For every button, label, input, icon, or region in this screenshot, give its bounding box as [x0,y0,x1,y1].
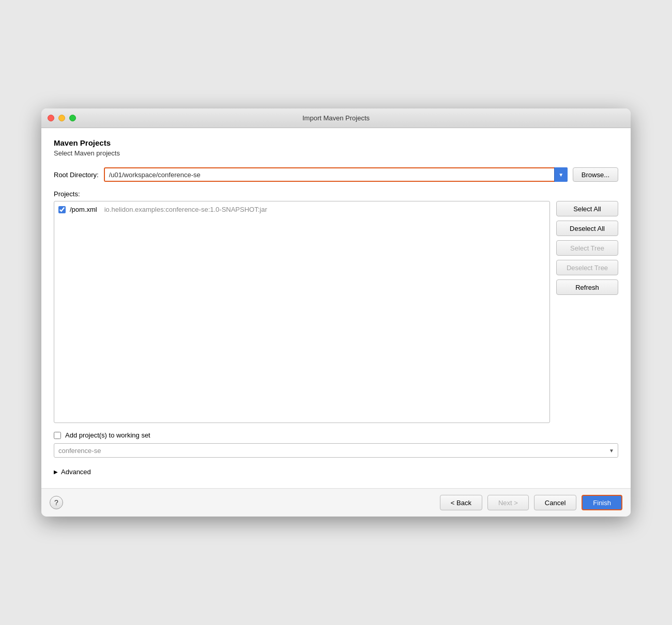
working-set-row: Add project(s) to working set [54,431,618,439]
browse-button[interactable]: Browse... [573,167,618,182]
main-window: Import Maven Projects Maven Projects Sel… [41,108,631,517]
section-title: Maven Projects [54,138,618,147]
projects-label: Projects: [54,190,618,198]
deselect-tree-button[interactable]: Deselect Tree [556,260,618,275]
table-row[interactable]: /pom.xml io.helidon.examples:conference-… [54,204,549,215]
root-directory-row: Root Directory: ▼ Browse... [54,167,618,182]
advanced-section[interactable]: ▶ Advanced [54,466,618,478]
sidebar-buttons: Select All Deselect All Select Tree Dese… [556,201,618,423]
refresh-button[interactable]: Refresh [556,279,618,295]
cancel-button[interactable]: Cancel [534,495,576,510]
expand-arrow-icon: ▶ [54,469,58,475]
help-button[interactable]: ? [50,496,63,509]
window-controls [48,115,76,121]
finish-button[interactable]: Finish [582,495,622,510]
working-set-dropdown[interactable]: conference-se [54,443,618,458]
root-directory-input[interactable] [104,167,568,182]
close-button[interactable] [48,115,54,121]
help-icon: ? [54,498,58,507]
working-set-label: Add project(s) to working set [65,431,150,439]
root-directory-dropdown-button[interactable]: ▼ [554,167,568,182]
project-checkbox[interactable] [58,206,66,213]
maximize-button[interactable] [69,115,76,121]
dialog-content: Maven Projects Select Maven projects Roo… [41,128,631,488]
chevron-down-icon: ▼ [558,172,563,178]
window-title: Import Maven Projects [302,114,370,122]
advanced-label: Advanced [61,468,91,476]
select-all-button[interactable]: Select All [556,201,618,216]
root-directory-input-wrapper: ▼ [104,167,568,182]
select-tree-button[interactable]: Select Tree [556,240,618,256]
projects-area: /pom.xml io.helidon.examples:conference-… [54,201,618,423]
section-subtitle: Select Maven projects [54,149,618,157]
working-set-dropdown-wrapper: conference-se ▼ [54,443,618,458]
working-set-section: Add project(s) to working set conference… [54,431,618,458]
next-button[interactable]: Next > [487,495,529,510]
deselect-all-button[interactable]: Deselect All [556,221,618,236]
root-directory-label: Root Directory: [54,171,99,179]
minimize-button[interactable] [58,115,65,121]
project-name: /pom.xml [70,206,97,213]
back-button[interactable]: < Back [440,495,482,510]
project-id: io.helidon.examples:conference-se:1.0-SN… [104,206,267,213]
titlebar: Import Maven Projects [41,108,631,128]
dialog-footer: ? < Back Next > Cancel Finish [41,488,631,517]
projects-list: /pom.xml io.helidon.examples:conference-… [54,201,550,423]
working-set-checkbox[interactable] [54,432,61,439]
